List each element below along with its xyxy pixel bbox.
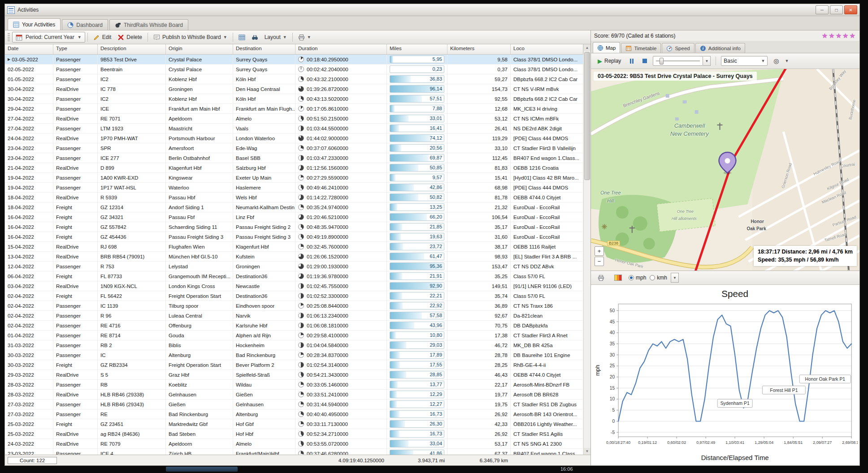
replay-button[interactable]: ▶ Replay [595, 56, 624, 66]
table-row[interactable]: 30-03-2022FreightGZ RB2334Freight Operat… [5, 360, 583, 370]
table-row[interactable]: 28-03-2022PassengerRBKoeblitzWildau00:33… [5, 380, 583, 390]
table-row[interactable]: 29-04-2022PassengerICEFrankfurt am Main … [5, 104, 583, 114]
table-row[interactable]: 21-04-2022RealDriveD 899Klagenfurt HbfSa… [5, 163, 583, 173]
column-header-destination[interactable]: Destination [233, 44, 295, 54]
chart-options-dropdown[interactable]: ▼ [671, 273, 679, 283]
zoom-out-button[interactable]: − [595, 257, 604, 266]
print-button[interactable]: ▼ [295, 32, 314, 42]
toolbar-grip[interactable] [8, 33, 10, 41]
unit-mph-radio[interactable]: mph [629, 275, 646, 281]
column-header-miles[interactable]: Miles [387, 44, 447, 54]
table-row[interactable]: 25-03-2022FreightGZ 23451Marktredwitz Gb… [5, 419, 583, 429]
table-row[interactable]: 02-04-2022PassengerR 96Luleaa CentralNar… [5, 311, 583, 321]
unit-kmh-radio[interactable]: kmh [650, 275, 667, 281]
cell: 00:49:46.2410000 [295, 183, 387, 192]
table-row[interactable]: 02-04-2022FreightFL 56422Freight Operati… [5, 291, 583, 301]
table-row[interactable]: 28-03-2022RealDriveHLB RB46 (29338)Gelnh… [5, 390, 583, 400]
table-row[interactable]: 30-03-2022PassengerICAltenburgBad Rincke… [5, 350, 583, 360]
tab-timetable[interactable]: Timetable [621, 43, 661, 53]
scroll-down-arrow[interactable]: ▼ [584, 448, 590, 455]
table-row[interactable]: 23-03-2022PassengerICE 4Zürich HBFrankfu… [5, 449, 583, 455]
tab-thirdrails-whistle-board[interactable]: ThirdRails Whistle Board [109, 19, 188, 30]
column-header-type[interactable]: Type [53, 44, 98, 54]
table-row[interactable]: 19-04-2022Passenger1A00 KWR-EXDKingswear… [5, 173, 583, 183]
table-row[interactable]: 24-03-2022RealDriveRE 7079ApeldoornAlmel… [5, 439, 583, 449]
maximize-button[interactable]: □ [830, 5, 843, 14]
slider-thumb[interactable] [660, 58, 664, 64]
table-row[interactable]: 25-03-2022RealDriveag RB24 (84636)Bad St… [5, 429, 583, 439]
taskbar-fragment[interactable] [166, 467, 238, 472]
column-header-kilometers[interactable]: Kilometers [447, 44, 511, 54]
edit-button[interactable]: Edit [90, 32, 115, 42]
cell: 61,47 [387, 252, 447, 261]
cell: [PDE] Class 444 DMOS [511, 133, 583, 143]
column-header-loco[interactable]: Loco [511, 44, 583, 54]
table-row[interactable]: 18-04-2022FreightGZ 12314Andorf Siding 1… [5, 202, 583, 212]
table-row[interactable]: ▶03-05-2022Passenger9B53 Test DriveCryst… [5, 55, 583, 64]
tab-speed[interactable]: Speed [662, 43, 694, 53]
period-dropdown[interactable]: Period: Current Year ▼ [12, 32, 85, 43]
table-row[interactable]: 12-04-2022PassengerR 753LelystadGroninge… [5, 262, 583, 271]
table-row[interactable]: 15-04-2022RealDriveRJ 698Flughafen WienK… [5, 242, 583, 252]
cell: 19,75 [447, 400, 511, 409]
map-style-dropdown[interactable]: Basic ▼ [721, 56, 768, 66]
cell: 16,41 [387, 124, 447, 133]
map-canvas[interactable] [591, 69, 859, 271]
locate-button[interactable]: ◎ [770, 56, 782, 66]
cell: 27-04-2022 [5, 114, 53, 123]
map[interactable]: Brenchley GardensCamberwellNew CemeteryO… [591, 69, 859, 271]
cell: 01:26:06.1520000 [295, 252, 387, 261]
table-row[interactable]: 01-05-2022PassengerIC2Koblenz HbfKöln Hb… [5, 74, 583, 84]
table-row[interactable]: 24-04-2022RealDrive1P70 PMH-WATPortsmout… [5, 133, 583, 143]
column-header-duration[interactable]: Duration [295, 44, 387, 54]
table-row[interactable]: 31-03-2022PassengerRB 2BiblisHockenheim0… [5, 340, 583, 350]
minimize-button[interactable]: ─ [816, 5, 829, 14]
table-row[interactable]: 23-04-2022PassengerICE 277Berlin Ostbahn… [5, 153, 583, 163]
table-row[interactable]: 23-04-2022PassengerSPRAmersfoortEde-Wag0… [5, 143, 583, 153]
slider-dropdown[interactable]: ▼ [703, 56, 711, 66]
stop-button[interactable] [639, 56, 650, 66]
scroll-up-arrow[interactable]: ▲ [584, 44, 590, 51]
chevron-down-icon[interactable]: ▼ [785, 59, 789, 63]
table-row[interactable]: 02-04-2022PassengerRE 4716OffenburgKarls… [5, 321, 583, 331]
grid-vertical-scrollbar[interactable]: ▲ ▼ [583, 44, 590, 455]
table-row[interactable]: 13-04-2022RealDriveBRB RB54 (79091)Münch… [5, 252, 583, 262]
tab-dashboard[interactable]: Dashboard [62, 19, 108, 30]
column-header-description[interactable]: Description [98, 44, 166, 54]
find-button[interactable] [248, 32, 261, 42]
cell: Passenger [53, 400, 98, 409]
table-row[interactable]: 16-04-2022FreightGZ 34321Passau FbfLinz … [5, 212, 583, 222]
layout-dropdown[interactable]: Layout ▼ [261, 32, 290, 42]
column-header-origin[interactable]: Origin [166, 44, 233, 54]
table-row[interactable]: 29-03-2022RealDriveS 5Graz HbfSpielfeld-… [5, 370, 583, 380]
table-row[interactable]: 27-03-2022PassengerHLB RB46 (29343)Gieße… [5, 400, 583, 409]
chart-palette-button[interactable] [611, 273, 625, 283]
table-row[interactable]: 19-04-2022Passenger1P17 WAT-HSLWaterlooH… [5, 183, 583, 193]
delete-button[interactable]: Delete [114, 32, 145, 42]
close-button[interactable]: ✕ [844, 5, 857, 14]
table-row[interactable]: 02-05-2022PassengerBeentrainCrystal Pala… [5, 64, 583, 74]
table-row[interactable]: 03-04-2022RealDrive1N09 KGX-NCLLondon Ki… [5, 281, 583, 291]
chart-print-button[interactable] [595, 273, 608, 283]
grid-view-button[interactable] [235, 32, 248, 42]
table-row[interactable]: 06-04-2022FreightFL 87733Grangemouth IM … [5, 271, 583, 281]
table-row[interactable]: 02-04-2022PassengerIC 1139Tilburg spoorE… [5, 301, 583, 311]
table-row[interactable]: 27-04-2022RealDriveRE 7071ApeldoornAlmel… [5, 114, 583, 124]
tab-additional-info[interactable]: i Additional info [695, 43, 745, 53]
tab-your-activities[interactable]: Your Activities [8, 18, 61, 30]
column-header-date[interactable]: Date [5, 44, 53, 54]
table-row[interactable]: 30-04-2022RealDriveIC 778GroningenDen Ha… [5, 84, 583, 94]
table-row[interactable]: 16-04-2022FreightGZ 557842Schaerding Sid… [5, 222, 583, 232]
table-row[interactable]: 01-04-2022PassengerRE 8714GoudaAlphen a/… [5, 331, 583, 340]
zoom-in-button[interactable]: + [595, 246, 604, 256]
scrollbar-thumb[interactable] [584, 52, 590, 180]
table-row[interactable]: 18-04-2022RealDriveR 5939Passau HbfWels … [5, 193, 583, 202]
pause-button[interactable] [627, 56, 637, 66]
table-row[interactable]: 16-04-2022FreightGZ 454436Passau Freight… [5, 232, 583, 242]
tab-map[interactable]: Map [593, 42, 620, 53]
replay-speed-slider[interactable] [653, 56, 703, 66]
table-row[interactable]: 27-03-2022PassengerREBad RinckenburgAlte… [5, 409, 583, 419]
table-row[interactable]: 30-04-2022PassengerIC2Koblenz HbfKöln Hb… [5, 94, 583, 104]
table-row[interactable]: 27-04-2022PassengerLTM 1923MaastrichtVaa… [5, 124, 583, 133]
publish-whistle-board-button[interactable]: Publish to Whistle Board ▼ [150, 32, 230, 42]
